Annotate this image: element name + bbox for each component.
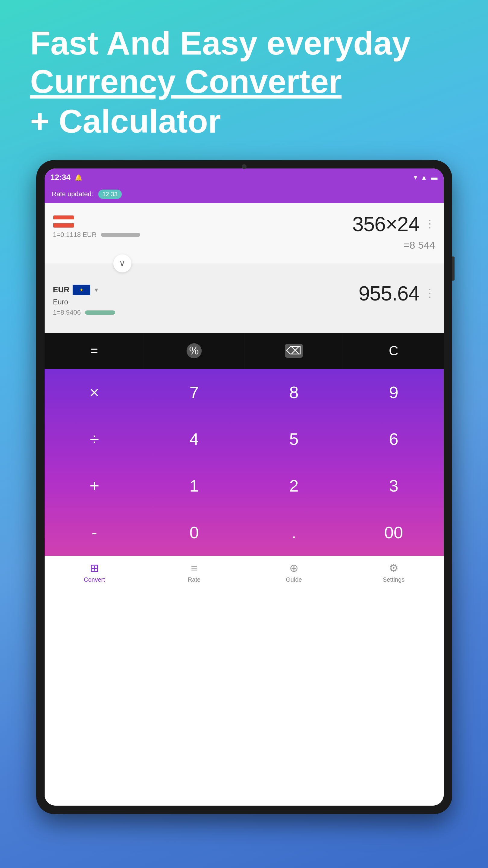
to-currency-right: 955.64 ⋮ xyxy=(359,281,435,305)
status-time: 12:34 xyxy=(51,173,71,182)
settings-icon: ⚙ xyxy=(389,562,398,575)
equals-button[interactable]: = xyxy=(44,333,144,369)
eur-flag xyxy=(72,284,90,296)
to-currency-rate: 1=8.9406 xyxy=(53,309,116,316)
multiply-button[interactable]: × xyxy=(44,369,144,415)
from-currency-row: 1=0.1118 EUR 356×24 ⋮ =8 544 xyxy=(44,203,444,264)
button-1[interactable]: 1 xyxy=(144,462,244,509)
converter-area: 1=0.1118 EUR 356×24 ⋮ =8 544 xyxy=(44,203,444,806)
nav-guide-label: Guide xyxy=(286,576,302,583)
to-currency-code: EUR xyxy=(53,285,70,294)
tablet-wrapper: 12:34 🔔 ▾ ▲ ▬ Rate updated: 12:33 xyxy=(0,160,488,814)
tablet-screen: 12:34 🔔 ▾ ▲ ▬ Rate updated: 12:33 xyxy=(44,168,444,806)
bottom-nav: ⊞ Convert ≡ Rate ⊕ Guide ⚙ Settings xyxy=(44,556,444,589)
from-menu-icon[interactable]: ⋮ xyxy=(424,218,435,230)
from-amount[interactable]: 356×24 xyxy=(353,212,420,236)
nav-convert[interactable]: ⊞ Convert xyxy=(44,556,144,589)
button-8[interactable]: 8 xyxy=(244,369,344,415)
swap-button[interactable]: ∨ xyxy=(113,254,131,273)
to-currency-row: EUR ▾ Euro 1=8.9406 955.64 ⋮ xyxy=(44,273,444,333)
nav-rate-label: Rate xyxy=(188,576,201,583)
to-rate-text: 1=8.9406 xyxy=(53,309,81,316)
rate-label: Rate updated: xyxy=(52,190,93,198)
nav-convert-label: Convert xyxy=(84,576,105,583)
to-currency-left: EUR ▾ Euro 1=8.9406 xyxy=(53,281,116,316)
backspace-button[interactable]: ⌫ xyxy=(244,333,344,369)
headline-line3: + Calculator xyxy=(30,100,458,142)
from-result: =8 544 xyxy=(404,239,435,251)
guide-icon: ⊕ xyxy=(289,562,298,575)
tablet-camera xyxy=(242,164,247,169)
from-currency-left: 1=0.1118 EUR xyxy=(53,212,140,239)
calc-top-row: = % ⌫ C xyxy=(44,333,444,369)
button-3[interactable]: 3 xyxy=(344,462,444,509)
convert-icon: ⊞ xyxy=(90,562,99,575)
rate-icon: ≡ xyxy=(191,562,197,575)
calc-numpad: × 7 8 9 ÷ 4 5 6 + 1 2 3 xyxy=(44,369,444,556)
battery-icon: ▬ xyxy=(431,174,438,181)
tablet-device: 12:34 🔔 ▾ ▲ ▬ Rate updated: 12:33 xyxy=(36,160,452,814)
decimal-button[interactable]: . xyxy=(244,509,344,556)
nav-settings-label: Settings xyxy=(383,576,404,583)
button-9[interactable]: 9 xyxy=(344,369,444,415)
double-zero-button[interactable]: 00 xyxy=(344,509,444,556)
status-icon-alarm: 🔔 xyxy=(75,174,82,181)
clear-button[interactable]: C xyxy=(344,333,444,369)
headline-line1: Fast And Easy everyday xyxy=(30,24,458,62)
nav-guide[interactable]: ⊕ Guide xyxy=(244,556,344,589)
swap-row: ∨ xyxy=(44,264,444,273)
from-amount-row: 356×24 ⋮ xyxy=(353,212,435,236)
from-currency-flag-row[interactable] xyxy=(53,215,140,228)
status-icons-right: ▾ ▲ ▬ xyxy=(414,174,438,181)
minus-button[interactable]: - xyxy=(44,509,144,556)
to-amount-row: 955.64 ⋮ xyxy=(359,281,435,305)
from-rate-bar xyxy=(101,233,140,237)
to-amount[interactable]: 955.64 xyxy=(359,281,420,305)
button-2[interactable]: 2 xyxy=(244,462,344,509)
from-rate-text: 1=0.1118 EUR xyxy=(53,231,97,239)
button-4[interactable]: 4 xyxy=(144,415,244,462)
from-currency-right: 356×24 ⋮ =8 544 xyxy=(353,212,435,251)
button-5[interactable]: 5 xyxy=(244,415,344,462)
button-6[interactable]: 6 xyxy=(344,415,444,462)
plus-button[interactable]: + xyxy=(44,462,144,509)
calculator-section: = % ⌫ C × 7 8 xyxy=(44,333,444,556)
button-7[interactable]: 7 xyxy=(144,369,244,415)
nav-settings[interactable]: ⚙ Settings xyxy=(344,556,444,589)
chevron-down-icon: ∨ xyxy=(119,258,125,268)
app-bar: Rate updated: 12:33 xyxy=(44,187,444,203)
to-rate-bar xyxy=(85,310,115,315)
to-currency-name: Euro xyxy=(53,298,116,306)
wifi-icon: ▾ xyxy=(414,174,417,181)
button-0[interactable]: 0 xyxy=(144,509,244,556)
status-bar: 12:34 🔔 ▾ ▲ ▬ xyxy=(44,168,444,187)
headline-line2: Currency Converter xyxy=(30,62,458,101)
from-currency-flag xyxy=(53,215,74,228)
signal-icon: ▲ xyxy=(421,174,427,181)
nav-rate[interactable]: ≡ Rate xyxy=(144,556,244,589)
to-currency-selector[interactable]: EUR ▾ xyxy=(53,284,116,296)
divide-button[interactable]: ÷ xyxy=(44,415,144,462)
to-menu-icon[interactable]: ⋮ xyxy=(424,287,435,300)
percent-button[interactable]: % xyxy=(144,333,244,369)
headline-section: Fast And Easy everyday Currency Converte… xyxy=(0,0,488,154)
dropdown-arrow-icon: ▾ xyxy=(95,286,98,294)
tablet-side-button xyxy=(452,256,455,281)
rate-badge: 12:33 xyxy=(98,190,122,199)
from-currency-rate: 1=0.1118 EUR xyxy=(53,231,140,239)
